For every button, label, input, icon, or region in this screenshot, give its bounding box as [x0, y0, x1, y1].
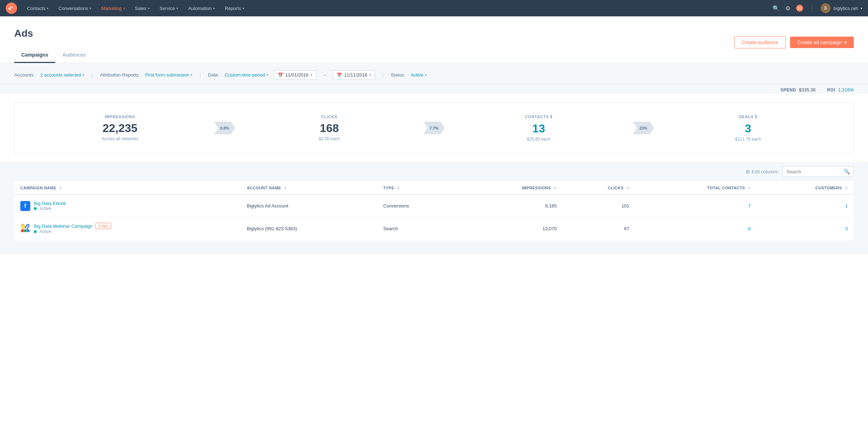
date-pill-chevron-icon: ▾	[311, 73, 312, 77]
th-total-contacts: TOTAL CONTACTS ⇅	[635, 181, 757, 195]
deals-value: 3	[657, 122, 839, 135]
user-name: biglytics.net	[833, 6, 858, 11]
nav-contacts[interactable]: Contacts ▾	[23, 0, 53, 16]
date-from-picker[interactable]: 📅 11/01/2016 ▾	[274, 70, 316, 80]
svg-point-2	[24, 229, 27, 232]
clicks-value: 168	[238, 122, 421, 135]
impressions-label: IMPRESSIONS	[29, 115, 211, 119]
date-to-picker[interactable]: 📅 11/11/2016 ▾	[333, 70, 375, 80]
date-chevron-icon: ▾	[266, 73, 268, 77]
contacts-sub: $25.80 each	[448, 137, 630, 142]
clicks-cell: 101	[562, 195, 635, 217]
impressions-cell: 9,165	[460, 195, 562, 217]
type-cell: Conversions	[378, 195, 460, 217]
user-menu[interactable]: B biglytics.net ▾	[821, 3, 862, 13]
deals-label: DEALS ℹ	[657, 114, 839, 119]
contacts-stat: CONTACTS ℹ 13 $25.80 each	[448, 114, 630, 142]
user-chevron-icon: ▾	[861, 6, 862, 10]
date-pill-chevron-icon: ▾	[369, 73, 371, 77]
impressions-sub: Across all networks	[29, 136, 211, 141]
sort-icon[interactable]: ⇅	[284, 186, 287, 190]
nav-divider	[812, 4, 812, 12]
campaigns-table: CAMPAIGN NAME ⇅ ACCOUNT NAME ⇅ TYPE ⇅ IM…	[14, 181, 854, 240]
spend-metric: SPEND $335.36	[780, 87, 816, 93]
calendar-icon: 📅	[337, 73, 342, 78]
nav-automation[interactable]: Automation ▾	[184, 0, 219, 16]
deals-sub: $111.79 each	[657, 137, 839, 142]
table-header: CAMPAIGN NAME ⇅ ACCOUNT NAME ⇅ TYPE ⇅ IM…	[15, 181, 854, 195]
nav-reports[interactable]: Reports ▾	[220, 0, 249, 16]
sort-icon[interactable]: ⇅	[397, 186, 400, 190]
create-audience-button[interactable]: Create audience	[734, 36, 786, 48]
search-box: 🔍	[783, 166, 854, 177]
nav-icons-group: 🔍 ⚙ 23 B biglytics.net ▾	[773, 3, 862, 13]
status-active-dot	[34, 230, 37, 233]
sort-icon[interactable]: ⇅	[59, 186, 62, 190]
main-content: Ads Campaigns Audiences Create audience …	[0, 16, 868, 448]
dropdown-arrow-icon: ▾	[844, 39, 847, 45]
sort-icon[interactable]: ⇅	[553, 186, 557, 190]
page-title-area: Ads Campaigns Audiences	[14, 28, 93, 63]
th-account-name: ACCOUNT NAME ⇅	[241, 181, 378, 195]
table-row: Big Data Webinar Campaign 2 tips Active …	[15, 217, 854, 240]
settings-icon[interactable]: ⚙	[785, 5, 790, 12]
nav-marketing[interactable]: Marketing ▾	[97, 0, 129, 16]
chevron-icon: ▾	[123, 6, 125, 10]
date-range-arrow-icon: →	[322, 72, 327, 78]
tab-campaigns[interactable]: Campaigns	[14, 48, 55, 63]
contacts-arrow: 23%	[633, 122, 654, 135]
campaign-link[interactable]: Big Data Ebook	[34, 201, 66, 206]
stats-card: IMPRESSIONS 22,235 Across all networks 0…	[14, 102, 854, 153]
user-avatar: B	[821, 3, 831, 13]
th-customers: CUSTOMERS ⇅	[757, 181, 854, 195]
contacts-info-icon[interactable]: ℹ	[550, 114, 552, 119]
chevron-icon: ▾	[47, 6, 48, 10]
tab-audiences[interactable]: Audiences	[55, 48, 93, 63]
customers-cell: 1	[757, 195, 854, 217]
nav-service[interactable]: Service ▾	[155, 0, 182, 16]
roi-metric: ROI 1,316%	[827, 87, 854, 93]
clicks-label: CLICKS	[238, 115, 421, 119]
sort-icon[interactable]: ⇅	[845, 186, 848, 190]
sort-icon[interactable]: ⇅	[748, 186, 751, 190]
top-navigation: Contacts ▾ Conversations ▾ Marketing ▾ S…	[0, 0, 868, 16]
table-section: ⊞ Edit columns 🔍 CAMPAIGN NAME ⇅ ACCOUNT…	[0, 162, 868, 254]
svg-point-0	[6, 2, 17, 14]
campaign-link[interactable]: Big Data Webinar Campaign	[34, 223, 93, 229]
hubspot-logo[interactable]	[6, 2, 17, 14]
filter-bar: Accounts: 2 accounts selected ▾ | Attrib…	[0, 63, 868, 84]
th-type: TYPE ⇅	[378, 181, 460, 195]
accounts-dropdown[interactable]: 2 accounts selected ▾	[40, 72, 84, 78]
table-toolbar: ⊞ Edit columns 🔍	[14, 162, 854, 181]
notifications-badge[interactable]: 23	[796, 5, 803, 12]
attribution-chevron-icon: ▾	[191, 73, 192, 77]
nav-sales[interactable]: Sales ▾	[131, 0, 154, 16]
th-clicks: CLICKS ⇅	[562, 181, 635, 195]
campaign-name-cell: f Big Data Ebook Active	[15, 195, 241, 217]
search-icon[interactable]: 🔍	[773, 5, 780, 12]
status-dropdown[interactable]: Active ▾	[411, 72, 426, 78]
attribution-dropdown[interactable]: First form submission ▾	[145, 72, 193, 78]
sort-icon[interactable]: ⇅	[626, 186, 629, 190]
deals-stat: DEALS ℹ 3 $111.79 each	[657, 114, 839, 142]
tabs: Campaigns Audiences	[14, 48, 93, 63]
accounts-chevron-icon: ▾	[83, 73, 84, 77]
create-campaign-button[interactable]: Create ad campaign ▾	[790, 37, 854, 48]
nav-conversations[interactable]: Conversations ▾	[54, 0, 95, 16]
chevron-icon: ▾	[89, 6, 91, 10]
clicks-sub: $2.00 each	[238, 136, 421, 141]
table-row: f Big Data Ebook Active Biglytics Ad Acc…	[15, 195, 854, 217]
search-input[interactable]	[786, 169, 841, 174]
metrics-row: SPEND $335.36 ROI 1,316%	[0, 84, 868, 94]
deals-info-icon[interactable]: ℹ	[755, 114, 757, 119]
impressions-stat: IMPRESSIONS 22,235 Across all networks	[29, 115, 211, 141]
campaign-status: Active	[34, 206, 66, 211]
edit-columns-button[interactable]: ⊞ Edit columns	[746, 169, 778, 174]
impressions-arrow: 0.8%	[214, 122, 235, 135]
date-label: Date:	[208, 72, 219, 78]
tip-badge[interactable]: 2 tips	[95, 223, 111, 229]
calendar-icon: 📅	[278, 73, 283, 78]
chevron-icon: ▾	[148, 6, 150, 10]
contacts-value: 13	[448, 122, 630, 135]
date-dropdown[interactable]: Custom time period ▾	[225, 72, 268, 78]
